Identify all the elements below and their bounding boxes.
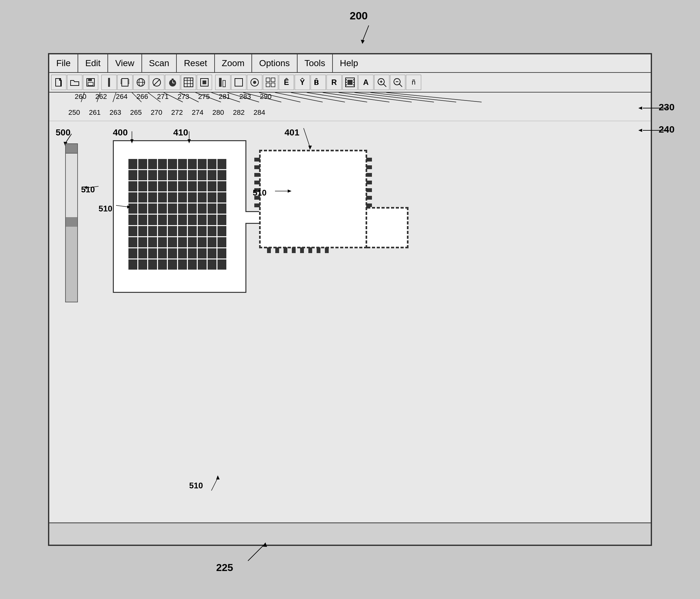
arrow-510-pcb (113, 201, 135, 213)
toolbar-row2-numbers: 250261263265270272274280282284 (68, 108, 265, 117)
svg-rect-7 (88, 82, 93, 85)
status-bar (49, 522, 651, 545)
tool-270-btn[interactable] (215, 75, 230, 90)
svg-rect-36 (235, 78, 243, 86)
arrow-240 (636, 124, 675, 137)
menu-file[interactable]: File (49, 54, 78, 72)
chip-body (259, 150, 367, 248)
svg-rect-27 (184, 78, 193, 87)
component-400 (113, 140, 246, 293)
menu-bar: File Edit View Scan Reset Zoom Options T… (49, 54, 651, 73)
open-button[interactable] (67, 75, 82, 90)
svg-marker-96 (262, 542, 267, 547)
svg-rect-48 (346, 84, 347, 85)
annotation-401: 401 (284, 127, 299, 138)
svg-rect-34 (219, 78, 222, 87)
tool-273-btn[interactable] (263, 75, 278, 90)
svg-line-57 (399, 84, 402, 87)
svg-rect-45 (347, 80, 353, 85)
svg-marker-94 (216, 475, 220, 479)
arrow-200 (334, 9, 397, 48)
svg-rect-9 (122, 78, 128, 86)
tool-282-btn[interactable] (342, 75, 358, 90)
svg-rect-51 (353, 84, 354, 85)
scrollbar[interactable] (65, 143, 78, 302)
tool-283-btn[interactable]: A (358, 75, 374, 90)
tool-266-btn[interactable] (197, 75, 212, 90)
label-510-bottom: 510 (189, 481, 203, 491)
svg-marker-88 (127, 205, 130, 208)
toolbar: Ê Ŷ B̂ R A ñ (49, 73, 651, 93)
tool-264-btn[interactable] (165, 75, 180, 90)
menu-zoom[interactable]: Zoom (215, 54, 252, 72)
svg-rect-8 (108, 78, 110, 87)
arrow-510-right (272, 185, 294, 197)
arrow-400 (129, 125, 148, 144)
menu-reset[interactable]: Reset (177, 54, 215, 72)
svg-line-93 (211, 478, 218, 491)
tool-263-btn[interactable] (149, 75, 164, 90)
svg-line-79 (65, 134, 72, 143)
svg-line-95 (248, 545, 264, 561)
svg-rect-6 (88, 78, 92, 81)
tool-last-btn[interactable]: ñ (406, 75, 421, 90)
svg-rect-42 (271, 83, 275, 87)
svg-marker-86 (188, 139, 191, 143)
svg-rect-35 (223, 80, 225, 87)
tool-260-btn[interactable] (101, 75, 117, 90)
grid-410 (127, 157, 228, 272)
tool-261-btn[interactable] (117, 75, 132, 90)
svg-line-22 (153, 79, 160, 85)
arrow-230 (636, 102, 675, 115)
chip-extension (367, 207, 408, 248)
svg-marker-92 (288, 190, 292, 193)
svg-line-74 (323, 93, 390, 102)
tool-280-btn[interactable]: B̂ (310, 75, 326, 90)
tool-281-btn[interactable]: R (326, 75, 342, 90)
new-button[interactable] (51, 75, 67, 90)
svg-rect-39 (266, 78, 270, 82)
menu-tools[interactable]: Tools (298, 54, 333, 72)
arrow-401 (300, 125, 320, 150)
svg-line-0 (362, 25, 369, 41)
annotation-400: 400 (113, 127, 128, 138)
menu-options[interactable]: Options (252, 54, 298, 72)
svg-line-77 (370, 93, 456, 102)
component-401-wrapper (259, 150, 367, 248)
svg-point-38 (253, 81, 256, 84)
svg-marker-100 (638, 129, 642, 132)
label-510-pcb: 510 (99, 204, 112, 214)
main-window: File Edit View Scan Reset Zoom Options T… (48, 53, 652, 546)
canvas-area: 230 240 500 510 (49, 121, 651, 522)
arrow-510-bottom (208, 475, 227, 494)
tool-284-btn[interactable] (374, 75, 390, 90)
arrow-410 (186, 125, 205, 144)
svg-rect-41 (266, 83, 270, 87)
svg-rect-47 (346, 82, 347, 83)
svg-marker-84 (130, 139, 133, 143)
tool-262-btn[interactable] (133, 75, 148, 90)
menu-scan[interactable]: Scan (142, 54, 177, 72)
tool-271-btn[interactable] (231, 75, 246, 90)
svg-line-89 (304, 128, 310, 147)
svg-rect-50 (353, 82, 354, 83)
svg-rect-33 (202, 80, 206, 84)
menu-help[interactable]: Help (333, 54, 365, 72)
tool-275-btn[interactable]: Ŷ (295, 75, 310, 90)
save-button[interactable] (83, 75, 98, 90)
svg-rect-49 (353, 79, 354, 80)
svg-rect-46 (346, 79, 347, 80)
tool-272-btn[interactable] (247, 75, 262, 90)
tool-274-btn[interactable]: Ê (279, 75, 294, 90)
svg-marker-1 (361, 40, 365, 44)
tool-290-btn[interactable] (390, 75, 405, 90)
label-510-right: 510 (253, 188, 267, 198)
svg-text:B̂: B̂ (314, 78, 319, 86)
tool-265-btn[interactable] (181, 75, 196, 90)
arrow-510-left (79, 181, 102, 194)
menu-edit[interactable]: Edit (78, 54, 108, 72)
svg-rect-40 (271, 78, 275, 82)
svg-line-87 (116, 205, 129, 207)
svg-marker-98 (638, 106, 642, 110)
menu-view[interactable]: View (108, 54, 142, 72)
